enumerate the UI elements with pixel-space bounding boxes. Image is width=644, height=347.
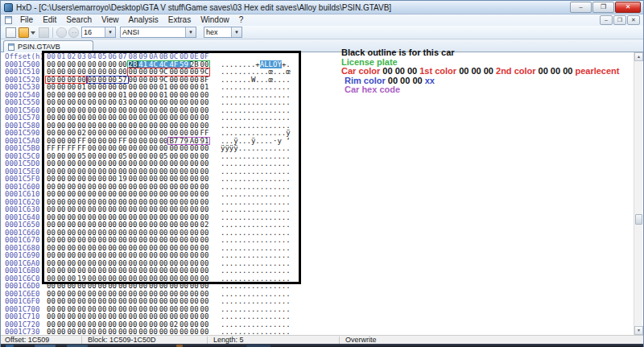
open-dropdown-icon[interactable]	[31, 31, 35, 35]
menu-window[interactable]: Window	[196, 14, 234, 26]
scroll-up-icon[interactable]: ▲	[634, 52, 643, 61]
annotation-text: 00 00 00	[539, 66, 576, 76]
annotation-text: xx	[425, 76, 435, 85]
chevron-down-icon[interactable]: ▼	[231, 27, 242, 37]
window-title: HxD - [C:\Users\emarroyo\Desktop\GTA V s…	[16, 3, 391, 12]
close-button[interactable]: ✕	[615, 2, 641, 13]
annotation-text: License plate	[341, 57, 398, 67]
status-separator	[339, 337, 340, 344]
ascii-selection[interactable]: ALLOY	[260, 60, 282, 68]
annotations: Black outline is for this carLicense pla…	[341, 48, 619, 95]
annotation-text: Black outline is for this car	[341, 48, 455, 57]
annotation-text: Rim color	[345, 76, 388, 85]
document-icon[interactable]	[5, 16, 12, 24]
find-icon[interactable]	[56, 27, 67, 38]
annotation-text: 00 00 00	[459, 66, 496, 76]
child-minimize-button[interactable]: –	[600, 15, 613, 25]
hxd-app-icon	[4, 3, 13, 12]
chevron-down-icon[interactable]: ▼	[105, 27, 115, 37]
annotation-text: 1st color	[419, 66, 459, 76]
scroll-down-icon[interactable]: ▼	[634, 326, 643, 335]
status-separator	[81, 337, 82, 344]
menu-file[interactable]: File	[15, 14, 38, 26]
menu-edit[interactable]: Edit	[38, 14, 61, 26]
annotation-text: pearlecent	[575, 66, 619, 76]
tab-psin-gtavb[interactable]: PSIN.GTAVB	[3, 40, 93, 52]
status-bar: Offset: 1C509 Block: 1C509-1C50D Length:…	[1, 335, 643, 344]
bytes-per-row-value: 16	[84, 28, 92, 36]
annotation-line: Car hex code	[341, 85, 619, 95]
toolbar: ·· 16 ▼ ANSI ▼ hex ▼	[1, 26, 643, 39]
scrollbar-thumb[interactable]	[635, 214, 642, 225]
base-select[interactable]: hex ▼	[204, 27, 242, 38]
encoding-value: ANSI	[122, 28, 139, 36]
toolbar-separator	[52, 27, 53, 38]
open-file-icon[interactable]	[19, 27, 29, 38]
new-file-icon[interactable]	[6, 27, 16, 38]
child-close-button[interactable]: ✕	[627, 15, 640, 25]
save-icon[interactable]	[39, 27, 49, 38]
annotation-text: 00 00 00	[388, 76, 425, 85]
menu-extras[interactable]: Extras	[163, 14, 196, 26]
hex-editor-pane[interactable]: Offset(h)000102030405060708090A0B0C0D0E0…	[1, 52, 635, 335]
hxd-window: HxD - [C:\Users\emarroyo\Desktop\GTA V s…	[0, 0, 644, 347]
annotation-text: Car hex code	[345, 85, 400, 94]
chevron-down-icon[interactable]: ▼	[185, 27, 196, 37]
windows-taskbar[interactable]	[1, 344, 643, 347]
bytes-per-row-icon: ··	[72, 29, 77, 36]
vertical-scrollbar[interactable]: ▲ ▼	[634, 52, 642, 335]
tab-label: PSIN.GTAVB	[18, 43, 60, 51]
status-separator	[207, 337, 208, 344]
child-restore-button[interactable]: ❐	[613, 15, 626, 25]
base-value: hex	[206, 28, 218, 36]
restore-button[interactable]: ❐	[592, 2, 614, 13]
menu-bar: FileEditSearchViewAnalysisExtrasWindow? …	[1, 14, 643, 26]
encoding-select[interactable]: ANSI ▼	[120, 27, 196, 38]
menu-analysis[interactable]: Analysis	[124, 14, 163, 26]
menu-view[interactable]: View	[97, 14, 124, 26]
file-icon	[8, 43, 14, 51]
annotation-text: 00 00 00	[382, 66, 419, 76]
minimize-button[interactable]: –	[570, 2, 592, 13]
annotation-text: 2nd color	[496, 66, 539, 76]
menu-search[interactable]: Search	[61, 14, 97, 26]
title-bar: HxD - [C:\Users\emarroyo\Desktop\GTA V s…	[1, 1, 643, 14]
annotation-text: Car color	[341, 66, 382, 76]
bytes-per-row-select[interactable]: 16 ▼	[81, 27, 116, 38]
menu-help[interactable]: ?	[234, 14, 249, 26]
